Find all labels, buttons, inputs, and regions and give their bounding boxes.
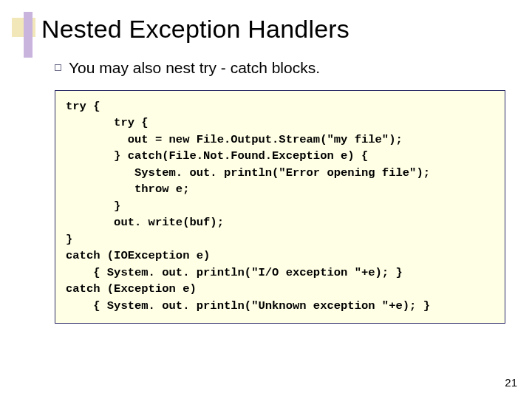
page-number: 21 [505,376,517,389]
slide: Nested Exception Handlers You may also n… [0,0,532,399]
slide-body: You may also nest try - catch blocks. tr… [55,59,505,324]
bullet-item: You may also nest try - catch blocks. [55,59,505,77]
square-bullet-icon [55,64,61,71]
bullet-text: You may also nest try - catch blocks. [69,59,320,77]
decoration-vertical [24,12,33,58]
slide-title: Nested Exception Handlers [41,15,349,44]
code-block: try { try { out = new File.Output.Stream… [55,90,505,324]
